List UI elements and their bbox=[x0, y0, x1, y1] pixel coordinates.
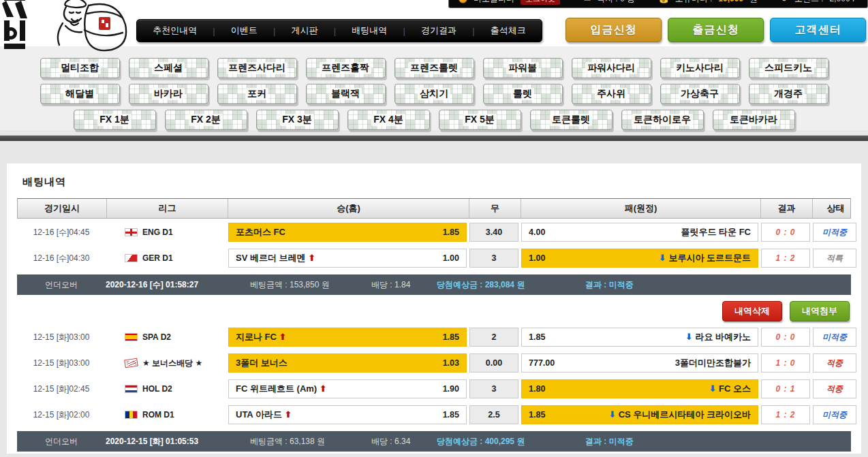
score-cell: 0 : 0 bbox=[761, 223, 810, 242]
logo-illustration bbox=[1, 0, 134, 52]
game-button-dice[interactable]: 주사위 bbox=[572, 84, 651, 104]
game-button-keno-ladder[interactable]: 키노사다리 bbox=[660, 58, 740, 78]
flag-netherlands-icon bbox=[125, 385, 138, 393]
bet-summary-bar: 언더오버 2020-12-15 [화] 01:05:53 베팅금액 : 63,1… bbox=[17, 431, 851, 452]
status-cell: 적특 bbox=[813, 249, 856, 268]
down-arrow-icon: ⬇ bbox=[709, 383, 717, 394]
match-datetime: 12-15 [화]02:00 bbox=[17, 405, 106, 424]
table-row: 12-15 [화]02:00 ROM D1 UTA 아라드 ⬆ 1.85 2.5… bbox=[17, 405, 851, 424]
game-button-fx4[interactable]: FX 4분 bbox=[347, 110, 430, 130]
game-button-friends-roulette[interactable]: 프렌즈룰렛 bbox=[394, 58, 474, 78]
nav-item-events[interactable]: 이벤트 bbox=[227, 25, 262, 37]
table-row: 12-16 [수]04:30 GER D1 SV 베르더 브레멘 ⬆ 1.00 … bbox=[17, 249, 851, 268]
nav-item-results[interactable]: 경기결과 bbox=[417, 25, 461, 37]
league-cell: ROM D1 bbox=[106, 405, 227, 424]
score-cell: 1 : 0 bbox=[761, 353, 810, 373]
table-row: 12-15 [화]03:00 ★ 보너스배당 ★ 3폴더 보너스 1.03 0.… bbox=[17, 353, 851, 373]
down-arrow-icon: ⬇ bbox=[685, 332, 693, 342]
nav-item-board[interactable]: 게시판 bbox=[288, 25, 322, 37]
divider-bar bbox=[0, 136, 868, 141]
nav-item-referrals[interactable]: 추천인내역 bbox=[149, 25, 201, 37]
league-cell: GER D1 bbox=[106, 249, 227, 268]
game-button-friends-oddeven[interactable]: 프렌즈홀짝 bbox=[306, 58, 386, 78]
odds-value: 1.00 bbox=[443, 253, 459, 263]
odds-value: 1.90 bbox=[443, 384, 459, 394]
nav-item-attendance[interactable]: 출석체크 bbox=[486, 25, 530, 37]
flag-england-icon bbox=[125, 228, 138, 236]
status-cell: 적중 bbox=[813, 379, 856, 398]
home-odds-cell: UTA 아라드 ⬆ 1.85 bbox=[228, 405, 467, 424]
game-button-power-ladder[interactable]: 파워사다리 bbox=[572, 58, 651, 78]
home-odds-cell: SV 베르더 브레멘 ⬆ 1.00 bbox=[228, 249, 467, 268]
game-button-powerball[interactable]: 파워볼 bbox=[483, 58, 563, 78]
game-button-roulette[interactable]: 룰렛 bbox=[483, 84, 563, 104]
draw-odds-cell: 3.40 bbox=[469, 223, 518, 242]
game-button-poker[interactable]: 포커 bbox=[217, 84, 297, 104]
game-button-blackjack[interactable]: 블랙잭 bbox=[306, 84, 386, 104]
game-button-virtual-soccer[interactable]: 가상축구 bbox=[660, 84, 740, 104]
col-status: 상태 bbox=[812, 199, 858, 218]
game-button-fx3[interactable]: FX 3분 bbox=[256, 110, 339, 130]
away-odds-cell: 4.00 플릿우드 타운 FC bbox=[521, 223, 758, 242]
attach-history-button[interactable]: 내역첨부 bbox=[790, 301, 850, 321]
game-button-fx2[interactable]: FX 2분 bbox=[165, 110, 247, 130]
mail-count: 쪽지 : 0 통 bbox=[597, 0, 635, 5]
odds-value: 1.85 bbox=[443, 227, 459, 237]
status-cell: 적중 bbox=[813, 353, 856, 373]
game-button-token-hilo[interactable]: 토큰하이로우 bbox=[621, 110, 704, 130]
nav-item-bet-history[interactable]: 배팅내역 bbox=[347, 25, 391, 37]
mail-icon: ✉ bbox=[584, 0, 591, 3]
bet-summary-bar: 언더오버 2020-12-16 [수] 01:58:27 베팅금액 : 153,… bbox=[17, 274, 851, 295]
game-button-token-baccarat[interactable]: 토큰바카라 bbox=[713, 110, 795, 130]
withdraw-button[interactable]: 출금신청 bbox=[668, 18, 764, 42]
bet-datetime: 2020-12-15 [화] 01:05:53 bbox=[106, 436, 250, 447]
col-league: 리그 bbox=[106, 199, 228, 218]
bet-history-panel: 배팅내역 경기일시 리그 승(홈) 무 패(원정) 결과 상태 12-16 [수… bbox=[7, 163, 861, 454]
flag-romania-icon bbox=[125, 411, 138, 419]
up-arrow-icon: ⬆ bbox=[320, 383, 327, 394]
game-button-friends-ladder[interactable]: 프렌즈사다리 bbox=[217, 58, 297, 78]
game-button-samchigi[interactable]: 삼치기 bbox=[394, 84, 474, 104]
game-button-baccarat[interactable]: 바카라 bbox=[129, 84, 208, 104]
game-button-multi[interactable]: 멀티조합 bbox=[40, 58, 120, 78]
nav-separator: | bbox=[213, 26, 215, 36]
nav-separator: | bbox=[334, 26, 336, 36]
col-result: 결과 bbox=[760, 199, 812, 218]
user-topbar: 바로블라터 로그아웃 ✉ 쪽지 : 0 통 💰 보유머니 : 10,000 원 … bbox=[448, 0, 868, 8]
game-button-fx5[interactable]: FX 5분 bbox=[439, 110, 521, 130]
home-odds-cell: 포츠머스 FC 1.85 bbox=[228, 223, 467, 242]
support-button[interactable]: 고객센터 bbox=[770, 18, 866, 42]
bet-odds: 배당 : 1.84 bbox=[371, 279, 437, 291]
match-datetime: 12-16 [수]04:45 bbox=[17, 223, 106, 242]
odds-value: 1.85 bbox=[529, 332, 545, 342]
table-header: 경기일시 리그 승(홈) 무 패(원정) 결과 상태 bbox=[17, 198, 851, 219]
score-cell: 1 : 2 bbox=[761, 249, 810, 268]
deposit-button[interactable]: 입금신청 bbox=[565, 18, 662, 42]
status-cell: 미적중 bbox=[813, 328, 856, 347]
game-button-speed-keno[interactable]: 스피드키노 bbox=[749, 58, 828, 78]
score-cell: 1 : 2 bbox=[761, 405, 810, 424]
game-button-fx1[interactable]: FX 1분 bbox=[74, 110, 156, 130]
odds-value: 1.00 bbox=[529, 253, 545, 263]
down-arrow-icon: ⬇ bbox=[659, 253, 666, 263]
draw-odds-cell: 3 bbox=[469, 249, 518, 268]
draw-odds-cell: 0.00 bbox=[469, 353, 518, 373]
delete-history-button[interactable]: 내역삭제 bbox=[722, 301, 782, 321]
odds-value: 1.85 bbox=[529, 410, 545, 420]
home-odds-cell: 3폴더 보너스 1.03 bbox=[228, 353, 467, 373]
away-odds-cell: 777.00 3폴더미만조합불가 bbox=[521, 353, 758, 373]
expected-winnings: 당첨예상금 : 400,295 원 bbox=[437, 436, 585, 447]
game-menu: 멀티조합 스페셜 프렌즈사다리 프렌즈홀짝 프렌즈룰렛 파워볼 파워사다리 키노… bbox=[0, 46, 868, 130]
status-cell: 미적중 bbox=[813, 223, 856, 242]
game-button-token-roulette[interactable]: 토큰룰렛 bbox=[530, 110, 613, 130]
logout-badge[interactable]: 로그아웃 bbox=[521, 0, 560, 5]
bet-amount: 베팅금액 : 153,850 원 bbox=[250, 279, 371, 291]
league-cell: ENG D1 bbox=[106, 223, 227, 242]
refresh-icon[interactable]: ⟳ bbox=[781, 0, 788, 3]
bet-type: 언더오버 bbox=[17, 436, 106, 447]
game-button-special[interactable]: 스페셜 bbox=[129, 58, 208, 78]
game-button-sunmoonstar[interactable]: 해달별 bbox=[40, 84, 120, 104]
game-button-dog-race[interactable]: 개경주 bbox=[749, 84, 828, 104]
odds-value: 4.00 bbox=[529, 227, 545, 237]
col-datetime: 경기일시 bbox=[18, 199, 106, 218]
